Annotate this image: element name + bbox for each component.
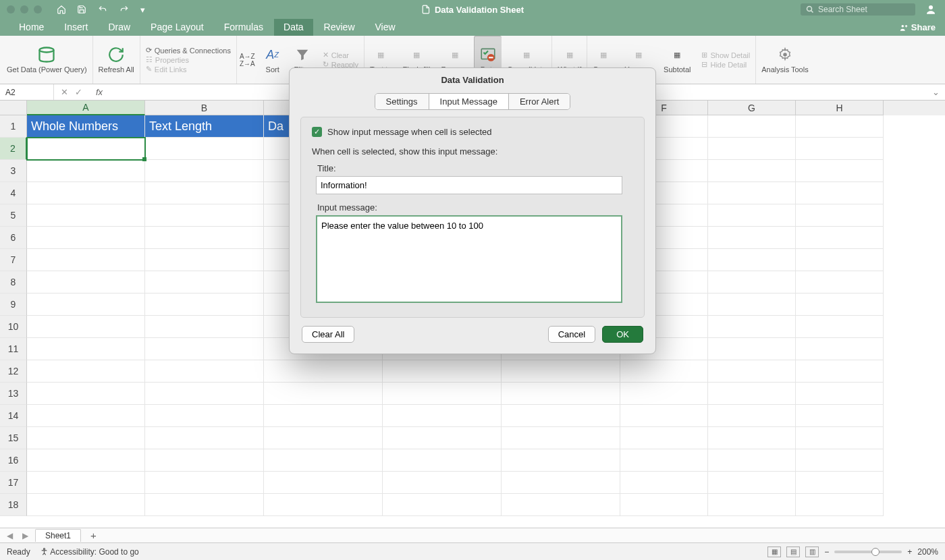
- window-controls[interactable]: [7, 5, 42, 13]
- column-header[interactable]: H: [796, 101, 884, 115]
- ok-button[interactable]: OK: [602, 326, 643, 343]
- sheet-nav-prev-icon[interactable]: ◀: [4, 531, 16, 540]
- show-detail-button[interactable]: ⊞Show Detail: [701, 51, 750, 59]
- cell[interactable]: [145, 182, 264, 204]
- normal-view-button[interactable]: ▦: [767, 547, 781, 557]
- tab-home[interactable]: Home: [9, 19, 53, 36]
- cell[interactable]: [264, 472, 383, 494]
- maximize-window-icon[interactable]: [34, 5, 42, 13]
- queries-connections-button[interactable]: ⟳Queries & Connections: [146, 46, 231, 55]
- dialog-tab-input-message[interactable]: Input Message: [429, 94, 509, 109]
- cell[interactable]: [796, 360, 884, 383]
- row-header[interactable]: 7: [0, 249, 27, 271]
- subtotal-button[interactable]: ▦Subtotal: [658, 36, 696, 84]
- cell[interactable]: [27, 494, 145, 516]
- cell[interactable]: [620, 427, 708, 449]
- minimize-window-icon[interactable]: [20, 5, 28, 13]
- column-header[interactable]: B: [145, 101, 264, 115]
- cell[interactable]: [145, 271, 264, 293]
- tab-draw[interactable]: Draw: [99, 19, 140, 36]
- add-sheet-button[interactable]: +: [85, 530, 102, 541]
- cell[interactable]: [27, 182, 145, 204]
- cell[interactable]: [264, 360, 383, 383]
- dialog-tab-settings[interactable]: Settings: [375, 94, 429, 109]
- cell[interactable]: Text Length: [145, 115, 264, 138]
- cell[interactable]: [264, 449, 383, 472]
- row-header[interactable]: 17: [0, 472, 27, 494]
- row-header[interactable]: 18: [0, 494, 27, 516]
- sheet-tab[interactable]: Sheet1: [35, 529, 81, 542]
- cell[interactable]: [27, 249, 145, 271]
- cell[interactable]: [383, 472, 502, 494]
- cell[interactable]: [383, 449, 502, 472]
- edit-links-button[interactable]: ✎Edit Links: [146, 65, 187, 74]
- cell[interactable]: [502, 405, 620, 427]
- cell[interactable]: [708, 360, 796, 383]
- cell[interactable]: [502, 383, 620, 405]
- cell[interactable]: [27, 227, 145, 249]
- cell[interactable]: [796, 115, 884, 138]
- row-header[interactable]: 4: [0, 182, 27, 204]
- user-icon[interactable]: [925, 3, 937, 16]
- cell[interactable]: [145, 249, 264, 271]
- cell[interactable]: [383, 494, 502, 516]
- column-header[interactable]: A: [27, 101, 145, 115]
- cell[interactable]: [145, 204, 264, 227]
- cell[interactable]: [796, 204, 884, 227]
- cell[interactable]: [27, 472, 145, 494]
- cell[interactable]: [796, 249, 884, 271]
- cell[interactable]: [796, 227, 884, 249]
- refresh-all-button[interactable]: Refresh All: [93, 36, 140, 84]
- cell[interactable]: [796, 338, 884, 360]
- sort-button[interactable]: AZ Sort: [258, 36, 288, 84]
- zoom-in-button[interactable]: +: [907, 547, 912, 557]
- cell[interactable]: [27, 405, 145, 427]
- cell[interactable]: [145, 472, 264, 494]
- page-layout-view-button[interactable]: ▤: [786, 547, 800, 557]
- row-header[interactable]: 8: [0, 271, 27, 293]
- cell[interactable]: [145, 427, 264, 449]
- tab-data[interactable]: Data: [274, 19, 313, 36]
- cell[interactable]: [264, 405, 383, 427]
- cell[interactable]: [796, 427, 884, 449]
- clear-all-button[interactable]: Clear All: [302, 326, 354, 343]
- cell[interactable]: [27, 271, 145, 293]
- tab-view[interactable]: View: [366, 19, 405, 36]
- page-break-view-button[interactable]: ▥: [805, 547, 819, 557]
- cell[interactable]: [145, 338, 264, 360]
- cancel-button[interactable]: Cancel: [548, 326, 595, 343]
- save-icon[interactable]: [77, 5, 86, 14]
- cell[interactable]: [27, 338, 145, 360]
- analysis-tools-button[interactable]: Analysis Tools: [756, 36, 814, 84]
- cell[interactable]: [708, 160, 796, 182]
- cell[interactable]: [620, 360, 708, 383]
- cell[interactable]: [145, 316, 264, 338]
- row-header[interactable]: 13: [0, 383, 27, 405]
- tab-formulas[interactable]: Formulas: [215, 19, 273, 36]
- cell[interactable]: [708, 115, 796, 138]
- column-header[interactable]: G: [708, 101, 796, 115]
- cell[interactable]: [145, 494, 264, 516]
- row-header[interactable]: 2: [0, 138, 27, 160]
- cell[interactable]: [27, 316, 145, 338]
- sort-az-button[interactable]: A→Z Z→A: [237, 36, 258, 84]
- row-header[interactable]: 14: [0, 405, 27, 427]
- cell[interactable]: [502, 472, 620, 494]
- undo-icon[interactable]: [97, 5, 108, 14]
- cell[interactable]: [383, 383, 502, 405]
- zoom-slider[interactable]: [834, 551, 902, 553]
- row-header[interactable]: 3: [0, 160, 27, 182]
- cell[interactable]: [796, 293, 884, 316]
- cell[interactable]: [708, 271, 796, 293]
- cell[interactable]: [145, 227, 264, 249]
- cell[interactable]: [796, 472, 884, 494]
- cell[interactable]: [383, 360, 502, 383]
- sheet-nav-next-icon[interactable]: ▶: [20, 531, 31, 540]
- cell[interactable]: [27, 427, 145, 449]
- row-header[interactable]: 9: [0, 293, 27, 316]
- cell[interactable]: [27, 138, 145, 160]
- cell[interactable]: [708, 427, 796, 449]
- clear-filter-button[interactable]: ✕Clear: [323, 51, 349, 59]
- cell[interactable]: [383, 427, 502, 449]
- home-icon[interactable]: [57, 5, 66, 14]
